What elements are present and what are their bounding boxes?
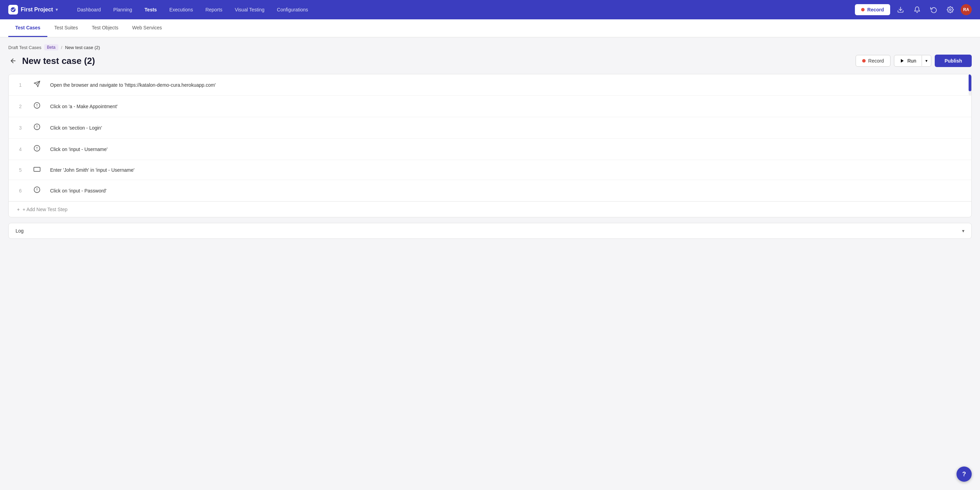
add-step-label: + Add New Test Step [22,207,67,212]
navbar-actions: Record RA [855,3,972,16]
tab-test-objects[interactable]: Test Objects [85,19,125,37]
nav-links: Dashboard Planning Tests Executions Repo… [72,4,854,15]
click-icon [32,145,42,153]
page-title: New test case (2) [22,56,95,66]
run-main-button[interactable]: Run [894,55,922,66]
run-button-label: Run [907,58,916,64]
record-dot-icon [861,8,865,11]
step-number-2: 2 [17,103,24,109]
breadcrumb-draft-link[interactable]: Draft Test Cases [8,45,41,50]
user-avatar[interactable]: RA [961,4,972,15]
step-number-3: 3 [17,125,24,130]
input-icon [32,166,42,173]
page-title-area: New test case (2) [8,56,95,66]
page-header: New test case (2) Record Run ▾ Publish [8,55,972,67]
navigate-icon [32,81,42,89]
navbar-record-label: Record [867,7,884,13]
step-text-2: Click on 'a - Make Appointment' [50,103,963,109]
help-button[interactable]: ? [956,466,972,482]
run-dropdown-button[interactable]: ▾ [921,56,931,66]
svg-point-2 [950,9,951,11]
app-logo [8,5,18,14]
test-steps-container: 1 Open the browser and navigate to 'http… [8,74,972,217]
nav-executions[interactable]: Executions [164,4,198,15]
nav-reports[interactable]: Reports [200,4,228,15]
chevron-down-icon: ▾ [925,59,928,63]
breadcrumb-separator: / [61,45,62,50]
breadcrumb: Draft Test Cases Beta / New test case (2… [8,44,972,51]
scrollbar-track[interactable] [969,74,971,95]
log-title: Log [16,228,24,234]
log-container: Log ▾ [8,223,972,239]
svg-rect-10 [34,167,40,172]
table-row: 5 Enter 'John Smith' in 'input - Usernam… [9,160,971,180]
tab-test-cases[interactable]: Test Cases [8,19,47,37]
tab-test-suites[interactable]: Test Suites [47,19,85,37]
app-dropdown-icon: ▾ [56,7,58,12]
app-name: First Project [21,6,53,13]
back-button[interactable] [8,56,18,66]
notifications-icon-button[interactable] [911,3,923,16]
settings-icon-button[interactable] [944,3,956,16]
step-text-3: Click on 'section - Login' [50,125,963,130]
step-number-6: 6 [17,188,24,194]
step-text-5: Enter 'John Smith' in 'input - Username' [50,167,963,173]
table-row: 2 Click on 'a - Make Appointment' [9,96,971,117]
download-icon-button[interactable] [894,3,907,16]
breadcrumb-current-page: New test case (2) [65,45,100,50]
step-text-6: Click on 'input - Password' [50,188,963,194]
table-row: 6 Click on 'input - Password' [9,180,971,202]
breadcrumb-beta-badge: Beta [44,44,59,51]
svg-marker-4 [901,59,904,63]
log-header: Log ▾ [9,223,971,239]
brand-logo-area[interactable]: First Project ▾ [8,5,58,14]
nav-tests[interactable]: Tests [139,4,162,15]
nav-planning[interactable]: Planning [108,4,138,15]
scrollbar-thumb [969,74,971,91]
table-row: 4 Click on 'input - Username' [9,138,971,160]
record-dot-icon [862,59,865,62]
publish-button[interactable]: Publish [935,55,972,67]
navbar-record-button[interactable]: Record [855,4,890,15]
record-button-label: Record [869,58,884,64]
nav-configurations[interactable]: Configurations [271,4,313,15]
record-button[interactable]: Record [856,55,891,67]
table-row: 1 Open the browser and navigate to 'http… [9,74,971,96]
step-text-4: Click on 'input - Username' [50,146,963,152]
nav-dashboard[interactable]: Dashboard [72,4,107,15]
top-navbar: First Project ▾ Dashboard Planning Tests… [0,0,980,19]
step-text-1: Open the browser and navigate to 'https:… [50,82,963,88]
step-number-1: 1 [17,82,24,88]
click-icon [32,186,42,195]
run-button-group: Run ▾ [894,55,932,67]
plus-icon: + [17,207,20,212]
click-icon [32,123,42,132]
header-actions: Record Run ▾ Publish [856,55,972,67]
click-icon [32,102,42,111]
step-number-4: 4 [17,146,24,152]
tab-web-services[interactable]: Web Services [125,19,169,37]
table-row: 3 Click on 'section - Login' [9,117,971,138]
step-number-5: 5 [17,167,24,173]
page-content: Draft Test Cases Beta / New test case (2… [0,37,980,246]
nav-visual-testing[interactable]: Visual Testing [229,4,270,15]
add-test-step-button[interactable]: + + Add New Test Step [9,202,971,217]
sub-tabs-bar: Test Cases Test Suites Test Objects Web … [0,19,980,37]
steps-wrapper: 1 Open the browser and navigate to 'http… [8,74,972,217]
history-icon-button[interactable] [928,3,940,16]
log-chevron-icon[interactable]: ▾ [962,228,964,234]
